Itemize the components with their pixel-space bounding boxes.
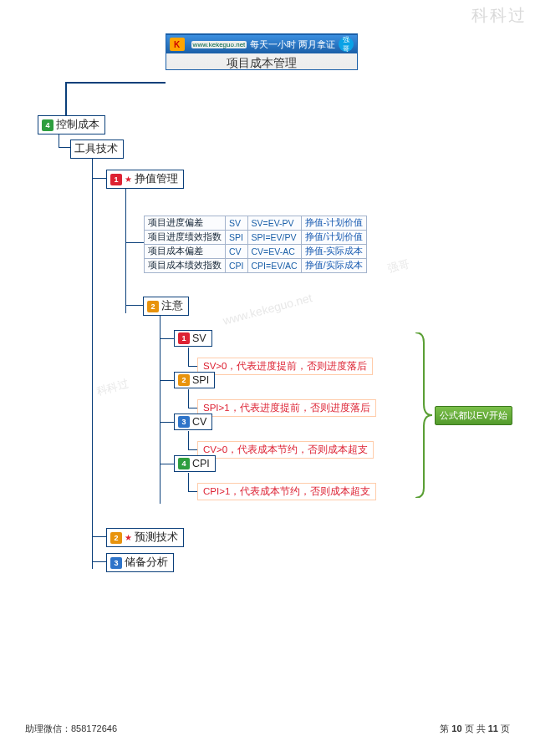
node-label: 控制成本 (56, 118, 99, 132)
cell: CV=EV-AC (247, 245, 301, 259)
index-badge: 4 (178, 458, 190, 469)
index-badge: 2 (147, 301, 159, 312)
connector (125, 242, 144, 243)
rule-spi: SPI>1，代表进度提前，否则进度落后 (197, 399, 376, 417)
index-badge: 3 (110, 557, 122, 569)
star-icon: ★ (125, 175, 132, 184)
connector (160, 338, 175, 339)
connector (188, 348, 189, 366)
side-note: 公式都以EV开始 (435, 406, 512, 425)
node-forecast: 2 ★ 预测技术 (106, 528, 184, 547)
page: 科科过 www.kekeguo.net 科科过 强哥 K www.kekeguo… (0, 0, 535, 756)
connector (125, 188, 126, 313)
connector (92, 536, 107, 537)
node-reserve: 3 储备分析 (106, 553, 174, 572)
evm-table: 项目进度偏差SVSV=EV-PV挣值-计划价值 项目进度绩效指数SPISPI=E… (144, 216, 367, 273)
connector (188, 389, 189, 408)
node-label: CV (192, 416, 206, 428)
footer-text: 第 (440, 723, 451, 733)
node-evm: 1 ★ 挣值管理 (106, 170, 184, 189)
connector (92, 157, 93, 569)
index-badge: 2 (110, 532, 122, 544)
cell: 项目成本偏差 (145, 245, 226, 259)
footer-page: 10 (451, 723, 461, 733)
node-spi: 2 SPI (174, 372, 215, 388)
node-label: 注意 (161, 299, 183, 313)
node-note: 2 注意 (143, 297, 189, 316)
node-label: CPI (192, 458, 210, 469)
cell: 挣值/计划价值 (301, 231, 367, 245)
title-card: K www.kekeguo.net 每天一小时 两月拿证 强 哥 项目成本管理 (166, 33, 358, 70)
node-cpi: 4 CPI (174, 455, 216, 472)
cell: CPI=EV/AC (247, 259, 301, 273)
cell: 挣值/实际成本 (301, 259, 367, 273)
brace-icon (414, 332, 432, 498)
node-sv: 1 SV (174, 330, 212, 347)
index-badge: 1 (178, 332, 190, 344)
title-strip: K www.kekeguo.net 每天一小时 两月拿证 强 哥 (166, 35, 357, 53)
node-control-cost: 4 控制成本 (38, 115, 105, 134)
rule-cpi: CPI>1，代表成本节约，否则成本超支 (197, 483, 376, 500)
connector (160, 313, 160, 504)
connector (160, 422, 175, 423)
node-label: 挣值管理 (135, 172, 178, 186)
connector (59, 147, 71, 148)
connector (160, 380, 175, 381)
node-label: SPI (192, 374, 209, 386)
rule-cv: CV>0，代表成本节约，否则成本超支 (197, 441, 374, 459)
cell: 挣值-计划价值 (301, 216, 367, 231)
footer-left: 助理微信：858172646 (25, 723, 117, 735)
title-slogan: 每天一小时 两月拿证 (250, 38, 335, 51)
title-main: 项目成本管理 (166, 53, 357, 72)
connector (92, 178, 107, 179)
node-label: SV (192, 332, 206, 344)
title-url: www.kekeguo.net (191, 41, 247, 48)
index-badge: 1 (110, 174, 122, 185)
footer-text: 页 共 (462, 723, 488, 733)
cell: CPI (226, 259, 248, 273)
node-cv: 3 CV (174, 414, 212, 430)
connector (92, 561, 107, 562)
connector (188, 473, 189, 491)
connector (160, 464, 175, 464)
node-tools: 工具技术 (70, 140, 124, 159)
cell: SPI=EV/PV (247, 231, 301, 245)
connector (59, 134, 59, 148)
node-label: 预测技术 (135, 530, 178, 545)
watermark-kk: 科科过 (94, 376, 130, 398)
cell: CV (226, 245, 248, 259)
title-badge-icon: 强 哥 (339, 37, 354, 52)
index-badge: 3 (178, 416, 190, 428)
footer-total: 11 (488, 723, 498, 733)
connector (125, 305, 144, 306)
cell: 项目进度偏差 (145, 216, 226, 231)
cell: SV=EV-PV (247, 216, 301, 231)
index-badge: 2 (178, 374, 190, 386)
connector (188, 431, 189, 449)
cell: 挣值-实际成本 (301, 245, 367, 259)
cell: SPI (226, 231, 248, 245)
footer-right: 第 10 页 共 11 页 (440, 723, 510, 735)
star-icon: ★ (125, 533, 132, 542)
connector (65, 82, 67, 119)
connector (65, 82, 166, 84)
logo-icon: K (170, 38, 185, 51)
watermark-qg: 强哥 (386, 256, 411, 277)
index-badge: 4 (42, 119, 54, 131)
rule-sv: SV>0，代表进度提前，否则进度落后 (197, 358, 373, 375)
footer-text: 页 (498, 723, 510, 733)
watermark-top-right: 科科过 (471, 4, 527, 27)
cell: 项目进度绩效指数 (145, 231, 226, 245)
cell: 项目成本绩效指数 (145, 259, 226, 273)
watermark-center: www.kekeguo.net (222, 291, 313, 327)
node-label: 工具技术 (74, 142, 118, 156)
node-label: 储备分析 (125, 556, 168, 570)
cell: SV (226, 216, 248, 231)
